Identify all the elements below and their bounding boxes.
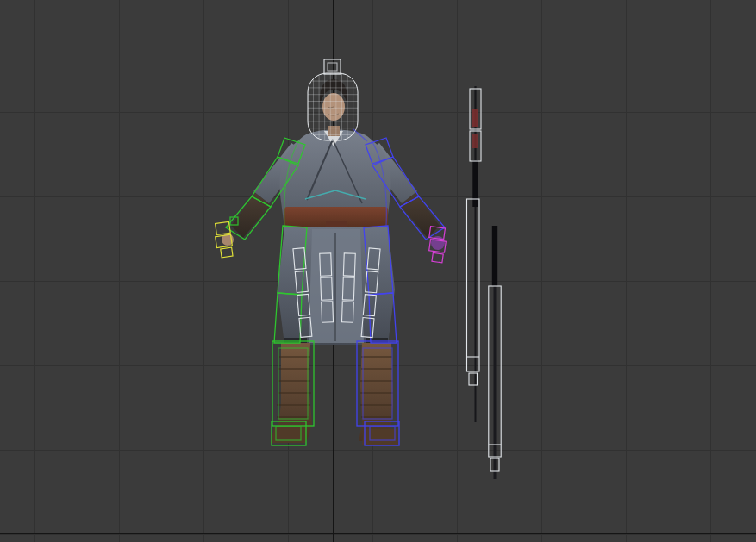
staff1-red-wrap-2 <box>472 134 478 148</box>
3d-viewport[interactable] <box>0 0 756 542</box>
head-top-bone-box <box>324 59 341 74</box>
scene-layer <box>0 0 756 542</box>
staff1-bounding-boxes <box>467 89 482 385</box>
staff-prop-1[interactable] <box>467 86 482 422</box>
staff1-red-wrap <box>472 109 478 127</box>
staff-prop-2[interactable] <box>489 226 501 479</box>
head-lattice-overlay <box>308 59 358 140</box>
